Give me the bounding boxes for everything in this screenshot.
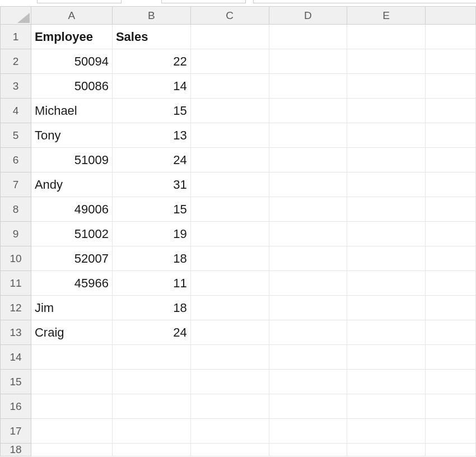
cell-F6[interactable] <box>426 148 476 172</box>
cell-A8[interactable]: 49006 <box>31 197 112 222</box>
cell-E5[interactable] <box>347 123 426 148</box>
row-header-6[interactable]: 6 <box>1 148 31 172</box>
cell-E17[interactable] <box>347 419 426 444</box>
cell-C9[interactable] <box>190 222 269 246</box>
cell-B9[interactable]: 19 <box>112 222 190 246</box>
cell-D5[interactable] <box>269 123 347 148</box>
cell-C5[interactable] <box>190 123 269 148</box>
cell-E6[interactable] <box>347 148 426 172</box>
cell-E14[interactable] <box>347 345 426 370</box>
cell-E12[interactable] <box>347 296 426 320</box>
row-header-4[interactable]: 4 <box>1 99 31 123</box>
cell-E13[interactable] <box>347 320 426 345</box>
cell-A12[interactable]: Jim <box>31 296 112 320</box>
cell-F16[interactable] <box>426 394 476 419</box>
cell-C8[interactable] <box>190 197 269 222</box>
cell-E2[interactable] <box>347 49 426 74</box>
cell-B3[interactable]: 14 <box>112 74 190 99</box>
cell-B11[interactable]: 11 <box>112 271 190 296</box>
cell-B1[interactable]: Sales <box>112 25 190 49</box>
row-header-17[interactable]: 17 <box>1 419 31 444</box>
cell-B7[interactable]: 31 <box>112 172 190 197</box>
row-header-1[interactable]: 1 <box>1 25 31 49</box>
cell-A16[interactable] <box>31 394 112 419</box>
cell-A18[interactable] <box>31 444 112 456</box>
cell-C13[interactable] <box>190 320 269 345</box>
row-header-7[interactable]: 7 <box>1 172 31 197</box>
row-header-2[interactable]: 2 <box>1 49 31 74</box>
cell-D11[interactable] <box>269 271 347 296</box>
cell-D15[interactable] <box>269 370 347 394</box>
row-header-14[interactable]: 14 <box>1 345 31 370</box>
cell-F8[interactable] <box>426 197 476 222</box>
cell-C2[interactable] <box>190 49 269 74</box>
cell-F14[interactable] <box>426 345 476 370</box>
cell-A14[interactable] <box>31 345 112 370</box>
column-header-F-partial[interactable] <box>426 7 476 25</box>
cell-C3[interactable] <box>190 74 269 99</box>
cell-E8[interactable] <box>347 197 426 222</box>
cell-E15[interactable] <box>347 370 426 394</box>
cell-C12[interactable] <box>190 296 269 320</box>
cell-E16[interactable] <box>347 394 426 419</box>
column-header-B[interactable]: B <box>112 7 190 25</box>
column-header-C[interactable]: C <box>190 7 269 25</box>
row-header-3[interactable]: 3 <box>1 74 31 99</box>
cell-D9[interactable] <box>269 222 347 246</box>
cell-C6[interactable] <box>190 148 269 172</box>
row-header-10[interactable]: 10 <box>1 246 31 271</box>
cell-D17[interactable] <box>269 419 347 444</box>
cell-C11[interactable] <box>190 271 269 296</box>
cell-E3[interactable] <box>347 74 426 99</box>
cell-E18[interactable] <box>347 444 426 456</box>
cell-F7[interactable] <box>426 172 476 197</box>
cell-D12[interactable] <box>269 296 347 320</box>
cell-C10[interactable] <box>190 246 269 271</box>
cell-C1[interactable] <box>190 25 269 49</box>
cell-D3[interactable] <box>269 74 347 99</box>
cell-D18[interactable] <box>269 444 347 456</box>
row-header-18[interactable]: 18 <box>1 444 31 456</box>
cell-C17[interactable] <box>190 419 269 444</box>
cell-D4[interactable] <box>269 99 347 123</box>
select-all-corner[interactable] <box>1 7 31 25</box>
cell-B8[interactable]: 15 <box>112 197 190 222</box>
row-header-12[interactable]: 12 <box>1 296 31 320</box>
cell-C18[interactable] <box>190 444 269 456</box>
cell-A10[interactable]: 52007 <box>31 246 112 271</box>
cell-D13[interactable] <box>269 320 347 345</box>
cell-E11[interactable] <box>347 271 426 296</box>
cell-E7[interactable] <box>347 172 426 197</box>
cell-B12[interactable]: 18 <box>112 296 190 320</box>
row-header-5[interactable]: 5 <box>1 123 31 148</box>
cell-F1[interactable] <box>426 25 476 49</box>
cell-A6[interactable]: 51009 <box>31 148 112 172</box>
row-header-16[interactable]: 16 <box>1 394 31 419</box>
cell-D10[interactable] <box>269 246 347 271</box>
cell-A2[interactable]: 50094 <box>31 49 112 74</box>
cell-F13[interactable] <box>426 320 476 345</box>
cell-A1[interactable]: Employee <box>31 25 112 49</box>
cell-D1[interactable] <box>269 25 347 49</box>
cell-E10[interactable] <box>347 246 426 271</box>
cell-B5[interactable]: 13 <box>112 123 190 148</box>
column-header-E[interactable]: E <box>347 7 426 25</box>
cell-B18[interactable] <box>112 444 190 456</box>
cell-D7[interactable] <box>269 172 347 197</box>
cell-F18[interactable] <box>426 444 476 456</box>
column-header-D[interactable]: D <box>269 7 347 25</box>
cell-A13[interactable]: Craig <box>31 320 112 345</box>
cell-F12[interactable] <box>426 296 476 320</box>
cell-A9[interactable]: 51002 <box>31 222 112 246</box>
cell-F4[interactable] <box>426 99 476 123</box>
row-header-9[interactable]: 9 <box>1 222 31 246</box>
cell-F17[interactable] <box>426 419 476 444</box>
cell-B16[interactable] <box>112 394 190 419</box>
cell-F2[interactable] <box>426 49 476 74</box>
row-header-8[interactable]: 8 <box>1 197 31 222</box>
cell-C15[interactable] <box>190 370 269 394</box>
cell-C16[interactable] <box>190 394 269 419</box>
row-header-11[interactable]: 11 <box>1 271 31 296</box>
cell-B10[interactable]: 18 <box>112 246 190 271</box>
cell-E1[interactable] <box>347 25 426 49</box>
